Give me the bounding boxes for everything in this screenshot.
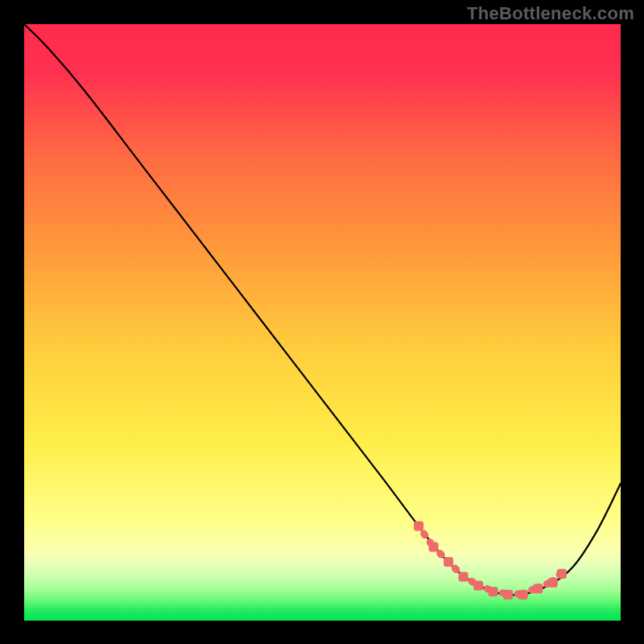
chart-frame: TheBottleneck.com [0, 0, 644, 644]
watermark-text: TheBottleneck.com [467, 3, 634, 24]
plot-area [24, 24, 621, 621]
chart-svg [24, 24, 621, 621]
highlight-dot [557, 569, 567, 579]
gradient-background [24, 24, 621, 621]
